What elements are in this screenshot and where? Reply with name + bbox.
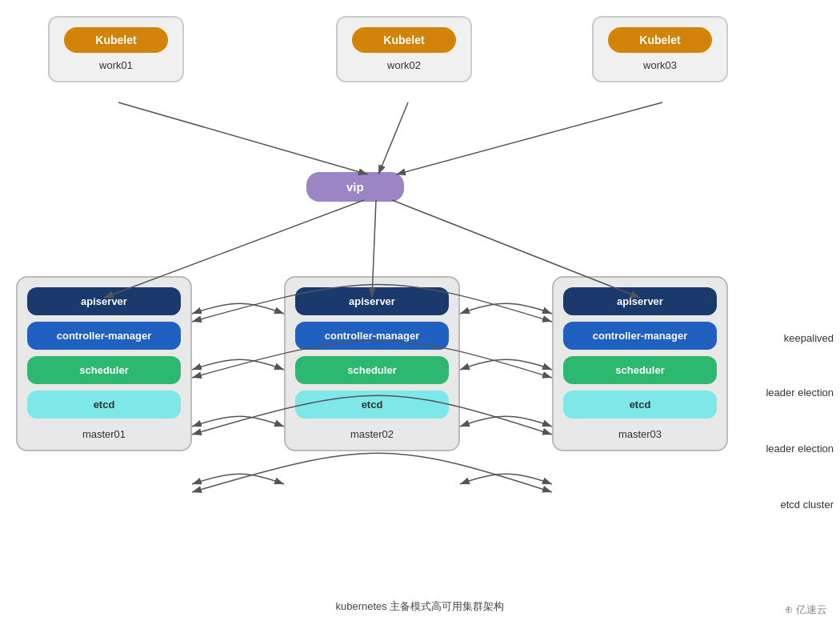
brand-logo: ⊕ 亿速云 xyxy=(785,603,827,617)
apiserver-master02: apiserver xyxy=(295,287,449,315)
footer-text: kubernetes 主备模式高可用集群架构 xyxy=(336,599,505,614)
svg-line-4 xyxy=(396,102,662,174)
scheduler-master01: scheduler xyxy=(27,356,181,384)
controller-master03: controller-manager xyxy=(563,322,717,350)
svg-line-2 xyxy=(118,102,368,174)
worker-node-work03: Kubelet work03 xyxy=(592,16,728,82)
vip-box: vip xyxy=(306,172,404,202)
etcd-cluster-label: etcd cluster xyxy=(781,499,834,511)
master-node-master01: apiserver controller-manager scheduler e… xyxy=(16,276,192,451)
worker-label-work01: work01 xyxy=(99,59,133,71)
apiserver-master03: apiserver xyxy=(563,287,717,315)
svg-line-3 xyxy=(378,102,408,174)
kubelet-work03: Kubelet xyxy=(608,27,712,53)
scheduler-master02: scheduler xyxy=(295,356,449,384)
vip-label: vip xyxy=(346,180,364,194)
etcd-master02: etcd xyxy=(295,391,449,419)
kubelet-work02: Kubelet xyxy=(352,27,456,53)
etcd-master03: etcd xyxy=(563,391,717,419)
master-label-master03: master03 xyxy=(563,428,717,440)
diagram-container: Kubelet work01 Kubelet work02 Kubelet wo… xyxy=(0,0,840,625)
worker-label-work03: work03 xyxy=(643,59,677,71)
leader-election-1-label: leader election xyxy=(766,387,834,399)
worker-node-work02: Kubelet work02 xyxy=(336,16,472,82)
leader-election-2-label: leader election xyxy=(766,443,834,455)
master-node-master03: apiserver controller-manager scheduler e… xyxy=(552,276,728,451)
worker-label-work02: work02 xyxy=(387,59,421,71)
kubelet-work01: Kubelet xyxy=(64,27,168,53)
master-node-master02: apiserver controller-manager scheduler e… xyxy=(284,276,460,451)
controller-master02: controller-manager xyxy=(295,322,449,350)
keepalived-label: keepalived xyxy=(784,332,834,344)
controller-master01: controller-manager xyxy=(27,322,181,350)
etcd-master01: etcd xyxy=(27,391,181,419)
master-label-master02: master02 xyxy=(295,428,449,440)
master-label-master01: master01 xyxy=(27,428,181,440)
apiserver-master01: apiserver xyxy=(27,287,181,315)
scheduler-master03: scheduler xyxy=(563,356,717,384)
worker-node-work01: Kubelet work01 xyxy=(48,16,184,82)
